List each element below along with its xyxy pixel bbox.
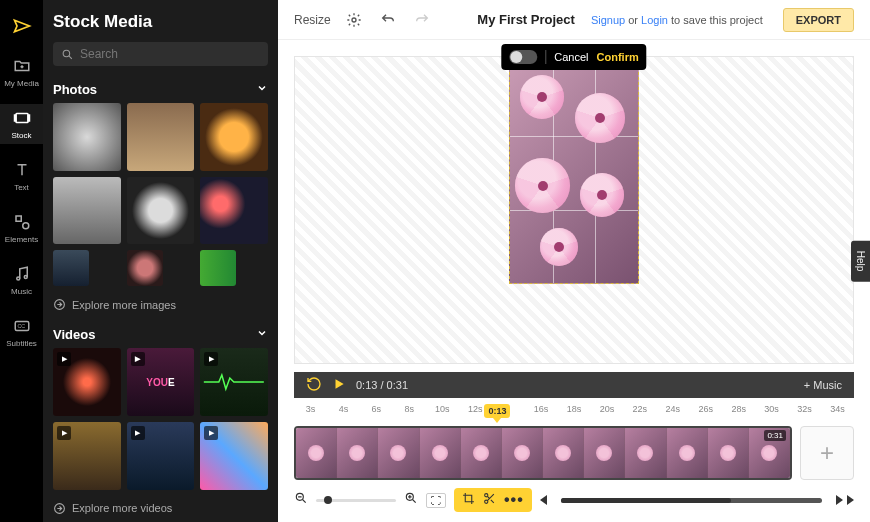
zoom-handle[interactable] — [324, 496, 332, 504]
app-logo[interactable] — [0, 12, 43, 40]
undo-button[interactable] — [377, 9, 399, 31]
restart-button[interactable] — [306, 376, 322, 394]
signup-link[interactable]: Signup — [591, 14, 625, 26]
nav-stock[interactable]: Stock — [0, 104, 43, 144]
nav-subtitles[interactable]: CC Subtitles — [0, 312, 43, 352]
separator — [545, 50, 546, 64]
split-tool-button[interactable] — [483, 491, 496, 509]
svg-rect-3 — [16, 216, 21, 221]
photo-thumb[interactable] — [200, 250, 236, 286]
zoom-in-button[interactable] — [404, 491, 418, 509]
playbar: 0:13 / 0:31 + Music — [294, 372, 854, 398]
play-button[interactable] — [332, 377, 346, 393]
nav-elements[interactable]: Elements — [0, 208, 43, 248]
redo-icon — [414, 12, 430, 28]
clip-frame[interactable] — [625, 428, 666, 478]
project-title[interactable]: My First Project — [477, 12, 575, 27]
gear-icon — [346, 12, 362, 28]
nav-text[interactable]: Text — [0, 156, 43, 196]
ruler-tick: 22s — [623, 404, 656, 426]
nav-my-media[interactable]: My Media — [0, 52, 43, 92]
topbar: Resize My First Project Signup or Login … — [278, 0, 870, 40]
clip-frame[interactable] — [708, 428, 749, 478]
fit-button[interactable]: ⛶ — [426, 493, 446, 508]
ruler-tick: 24s — [656, 404, 689, 426]
videos-section-header[interactable]: Videos — [53, 321, 268, 348]
zoom-out-button[interactable] — [294, 491, 308, 509]
photo-thumb[interactable] — [53, 250, 89, 286]
photo-thumb[interactable] — [53, 103, 121, 171]
timeline-scrollbar[interactable] — [561, 498, 822, 503]
login-link[interactable]: Login — [641, 14, 668, 26]
add-clip-button[interactable]: + — [800, 426, 854, 480]
scroll-left-button[interactable] — [540, 495, 547, 505]
crop-toggle[interactable] — [509, 50, 537, 64]
clip-frame[interactable] — [461, 428, 502, 478]
video-thumb[interactable]: ▶ — [200, 422, 268, 490]
clip-frame[interactable] — [584, 428, 625, 478]
video-thumb[interactable]: ▶ — [127, 422, 195, 490]
clip-frame[interactable] — [667, 428, 708, 478]
search-field[interactable] — [53, 42, 268, 66]
photo-thumb[interactable] — [127, 250, 163, 286]
svg-rect-2 — [28, 115, 30, 121]
photos-section-header[interactable]: Photos — [53, 76, 268, 103]
confirm-crop-button[interactable]: Confirm — [597, 51, 639, 63]
photo-thumb[interactable] — [127, 103, 195, 171]
cc-icon: CC — [12, 316, 32, 336]
export-button[interactable]: EXPORT — [783, 8, 854, 32]
photo-thumb[interactable] — [127, 177, 195, 245]
ruler-tick: 8s — [393, 404, 426, 426]
scrollbar-thumb[interactable] — [561, 498, 731, 503]
svg-point-4 — [22, 223, 28, 229]
canvas[interactable]: Cancel Confirm — [278, 40, 870, 372]
play-icon: ▶ — [131, 426, 145, 440]
zoom-slider[interactable] — [316, 499, 396, 502]
explore-videos-link[interactable]: Explore more videos — [53, 496, 268, 522]
nav-music[interactable]: Music — [0, 260, 43, 300]
timeline-controls: ⛶ ••• — [294, 488, 854, 512]
explore-label: Explore more images — [72, 299, 176, 311]
photo-thumb[interactable] — [53, 177, 121, 245]
nav-label: Elements — [5, 235, 38, 244]
clip-frame[interactable] — [337, 428, 378, 478]
search-input[interactable] — [80, 47, 260, 61]
settings-button[interactable] — [343, 9, 365, 31]
more-tools-button[interactable]: ••• — [504, 491, 524, 509]
redo-button[interactable] — [411, 9, 433, 31]
resize-button[interactable]: Resize — [294, 13, 331, 27]
svg-point-16 — [485, 500, 488, 503]
clip-frame[interactable] — [502, 428, 543, 478]
section-label: Videos — [53, 327, 95, 342]
photo-thumb[interactable] — [200, 103, 268, 171]
explore-images-link[interactable]: Explore more images — [53, 292, 268, 321]
crop-frame[interactable] — [509, 62, 639, 284]
save-message: Signup or Login to save this project — [591, 14, 763, 26]
svg-point-6 — [24, 276, 27, 279]
video-track[interactable]: 0:31 — [294, 426, 792, 480]
scroll-right-button[interactable] — [836, 495, 843, 505]
folder-plus-icon — [12, 56, 32, 76]
video-thumb[interactable]: ▶ — [53, 348, 121, 416]
video-thumb[interactable]: ▶ — [200, 348, 268, 416]
track-row: 0:31 + — [294, 426, 854, 480]
clip-frame[interactable] — [543, 428, 584, 478]
cancel-crop-button[interactable]: Cancel — [554, 51, 588, 63]
scroll-end-button[interactable] — [847, 495, 854, 505]
svg-point-9 — [63, 50, 69, 57]
video-thumb[interactable]: YOUE▶ — [127, 348, 195, 416]
stock-icon — [12, 108, 32, 128]
play-icon: ▶ — [204, 426, 218, 440]
time-display: 0:13 / 0:31 — [356, 379, 408, 391]
help-tab[interactable]: Help — [851, 241, 870, 282]
crop-tool-button[interactable] — [462, 491, 475, 509]
photo-thumb[interactable] — [200, 177, 268, 245]
video-thumb[interactable]: ▶ — [53, 422, 121, 490]
ruler-tick: 28s — [722, 404, 755, 426]
timeline-ruler[interactable]: 3s 4s 6s 8s 10s 12s 0:13 16s 18s 20s 22s… — [294, 404, 854, 426]
clip-frame[interactable] — [420, 428, 461, 478]
ruler-tick: 4s — [327, 404, 360, 426]
add-music-button[interactable]: + Music — [804, 379, 842, 391]
clip-frame[interactable] — [296, 428, 337, 478]
clip-frame[interactable] — [378, 428, 419, 478]
